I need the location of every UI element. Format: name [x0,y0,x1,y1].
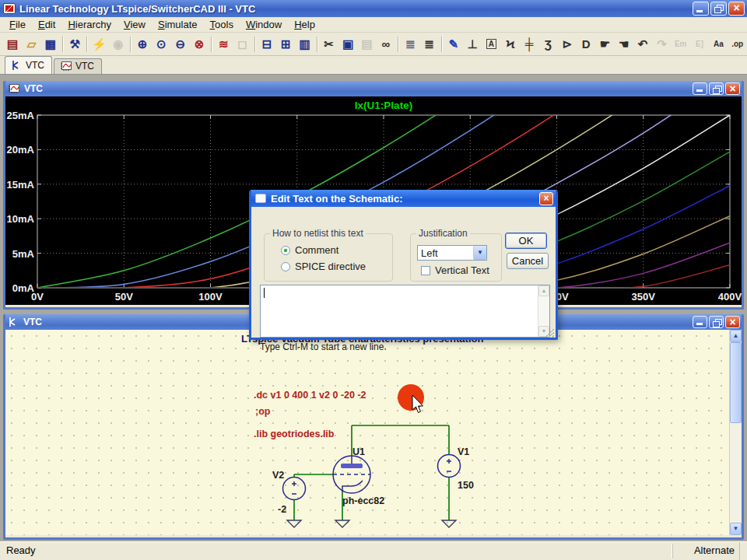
tab-bar: VTC VTC [0,56,747,75]
place-resistor-icon[interactable]: Ϟ [501,35,520,54]
print-preview-icon[interactable]: ≣ [401,35,419,54]
menu-view[interactable]: View [117,17,152,32]
menu-edit[interactable]: Edit [32,17,61,32]
run-simulation-icon[interactable]: ⚡ [89,35,108,54]
toolbar-separator [211,37,212,52]
scroll-down-button[interactable]: ▼ [730,523,742,535]
copy-icon[interactable]: ▣ [338,35,357,54]
cut-icon[interactable]: ✂ [320,35,338,54]
waveform-viewer-icon[interactable]: ≋ [214,35,233,54]
minimize-button[interactable] [693,2,709,16]
place-text-icon[interactable]: Aa [709,35,728,54]
status-mode-indicator: Alternate [672,544,739,558]
x-tick-label: 50V [115,291,133,303]
restore-button[interactable] [709,82,724,95]
schematic-icon [8,317,19,327]
restore-button[interactable] [710,2,727,16]
spice-directive-radio-row[interactable]: SPICE directive [281,261,366,272]
dialog-title: Edit Text on the Schematic: [271,193,403,205]
justification-dropdown[interactable]: Left ▼ [417,245,487,261]
menu-bar: FileEditHierarchyViewSimulateToolsWindow… [0,17,747,33]
tab-waveform-vtc[interactable]: VTC [54,58,102,74]
menu-window[interactable]: Window [240,17,288,32]
v2-source-symbol[interactable] [283,478,306,500]
comment-radio[interactable] [281,246,290,255]
new-schematic-icon[interactable]: ▤ [3,35,22,54]
u1-value-label: ph-ecc82 [342,495,384,506]
waveform-window-title: VTC [24,83,43,94]
y-tick-label: 20mA [7,144,35,156]
v2-value-label: -2 [278,504,286,515]
move-icon[interactable]: ☛ [595,35,614,54]
trace-label[interactable]: Ix(U1:Plate) [355,100,412,111]
spice-directive-radio[interactable] [281,262,290,271]
print-icon[interactable]: ≣ [419,35,438,54]
control-panel-icon[interactable]: ⚒ [65,35,84,54]
toolbar-separator [317,37,317,52]
close-button[interactable] [725,82,740,95]
draw-wire-icon[interactable]: ✎ [444,35,463,54]
tab-schematic-vtc[interactable]: VTC [5,56,52,74]
menu-hierarchy[interactable]: Hierarchy [61,17,117,32]
comment-radio-row[interactable]: Comment [281,244,338,256]
menu-file[interactable]: File [3,17,32,32]
zoom-full-extents-icon[interactable]: ⊗ [190,35,209,54]
text-input-area[interactable]: ▲ ▼ [260,285,550,338]
menu-simulate[interactable]: Simulate [152,17,204,32]
menu-help[interactable]: Help [288,17,321,32]
dialog-close-button[interactable]: × [539,192,553,205]
y-tick-label: 25mA [7,110,35,121]
scroll-up-button[interactable]: ▲ [538,285,549,296]
zoom-back-icon[interactable]: ⊙ [152,35,170,54]
window-title: Linear Technology LTspice/SwitcherCAD II… [19,3,693,15]
y-tick-label: 0mA [12,282,35,294]
x-tick-label: 100V [198,291,223,303]
schematic-canvas[interactable]: U1 ph-ecc82 V2 -2 V1 150 LTspice Vacuum … [5,330,729,535]
spice-directive-icon[interactable]: .op [728,35,747,54]
minimize-button[interactable] [693,82,707,95]
restore-button[interactable] [709,316,724,328]
place-inductor-icon[interactable]: Ʒ [538,35,557,54]
place-capacitor-icon[interactable]: ╪ [520,35,538,54]
save-icon[interactable]: ▦ [41,35,60,54]
scroll-up-button[interactable]: ▲ [730,330,742,342]
scroll-thumb[interactable] [730,342,742,423]
y-tick-label: 15mA [7,179,35,191]
menu-tools[interactable]: Tools [204,17,240,32]
vertical-text-checkbox[interactable] [421,266,430,275]
scroll-track[interactable] [730,342,742,523]
toolbar-separator [398,37,398,52]
cancel-button[interactable]: Cancel [507,253,549,269]
text-input-content[interactable] [261,285,538,337]
undo-icon[interactable]: ↶ [633,35,652,54]
y-tick-label: 5mA [12,248,35,260]
cascade-windows-icon[interactable]: ▥ [295,35,314,54]
chevron-down-icon[interactable]: ▼ [473,246,486,260]
close-button[interactable] [725,316,740,328]
v1-source-symbol[interactable] [438,455,461,478]
tile-horizontally-icon[interactable]: ⊟ [258,35,276,54]
place-diode-icon[interactable]: ⊳ [558,35,577,54]
ok-button[interactable]: OK [505,233,547,249]
ground-symbols [287,520,456,527]
zoom-in-icon[interactable]: ⊕ [133,35,152,54]
spice-directive-op[interactable]: ;op [255,406,270,417]
zoom-out-icon[interactable]: ⊖ [171,35,190,54]
spice-directive-lib[interactable]: .lib geotriodes.lib [254,429,334,439]
vertical-scrollbar[interactable]: ▲ ▼ [729,330,742,535]
status-bar: Ready Alternate [0,541,747,560]
open-file-icon[interactable]: ▱ [22,35,40,54]
resize-grip[interactable] [545,328,554,338]
netlist-groupbox: How to netlist this text [264,233,393,282]
minimize-button[interactable] [693,316,707,328]
tile-vertically-icon[interactable]: ⊞ [276,35,295,54]
close-button[interactable] [728,2,745,16]
find-icon[interactable]: ∞ [377,35,395,54]
spice-directive-dc[interactable]: .dc v1 0 400 1 v2 0 -20 -2 [254,390,366,401]
u1-triode-symbol[interactable] [333,456,370,493]
drag-icon[interactable]: ☚ [615,35,633,54]
place-component-icon[interactable]: D [577,35,595,54]
place-ground-icon[interactable]: ⊥ [463,35,482,54]
vertical-text-check-row[interactable]: Vertical Text [421,264,489,276]
place-net-label-icon[interactable]: A [482,35,500,54]
